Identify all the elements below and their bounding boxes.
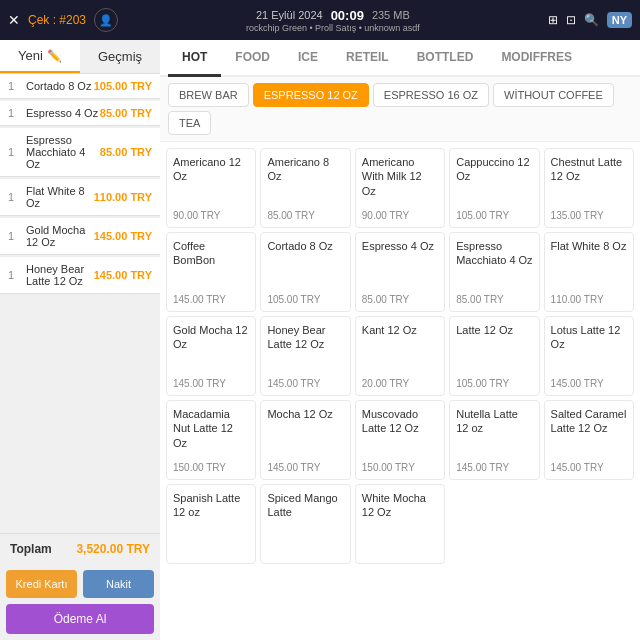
search-icon[interactable]: 🔍 [584,13,599,27]
product-card[interactable]: Gold Mocha 12 Oz 145.00 TRY [166,316,256,396]
sub-tab[interactable]: BREW BAR [168,83,249,107]
order-qty: 1 [8,107,20,119]
product-card[interactable]: Muscovado Latte 12 Oz 150.00 TRY [355,400,445,480]
product-name: Chestnut Latte 12 Oz [551,155,627,206]
product-price: 145.00 TRY [551,378,627,389]
sub-tab[interactable]: ESPRESSO 12 OZ [253,83,369,107]
product-price: 145.00 TRY [456,462,532,473]
product-name: White Mocha 12 Oz [362,491,438,553]
product-price: 145.00 TRY [551,462,627,473]
product-card[interactable]: Coffee BomBon 145.00 TRY [166,232,256,312]
category-tab[interactable]: RETEIL [332,40,403,77]
order-item[interactable]: 1 Gold Mocha 12 Oz 145.00 TRY [0,218,160,255]
product-name: Espresso 4 Oz [362,239,438,290]
order-name: Cortado 8 Oz [26,80,94,92]
product-name: Americano 12 Oz [173,155,249,206]
top-size: 235 MB [372,9,410,21]
product-card[interactable]: Lotus Latte 12 Oz 145.00 TRY [544,316,634,396]
order-price: 145.00 TRY [94,269,152,281]
product-name: Spanish Latte 12 oz [173,491,249,553]
product-card[interactable]: Espresso Macchiato 4 Oz 85.00 TRY [449,232,539,312]
product-card[interactable]: Nutella Latte 12 oz 145.00 TRY [449,400,539,480]
product-price: 90.00 TRY [362,210,438,221]
main-layout: Yeni ✏️ Geçmiş 1 Cortado 8 Oz 105.00 TRY… [0,40,640,640]
product-name: Latte 12 Oz [456,323,532,374]
product-card[interactable]: Salted Caramel Latte 12 Oz 145.00 TRY [544,400,634,480]
category-tab[interactable]: MODIFFRES [487,40,586,77]
yeni-button[interactable]: Yeni ✏️ [0,40,80,73]
order-item[interactable]: 1 Espresso 4 Oz 85.00 TRY [0,101,160,126]
category-tab[interactable]: BOTTLED [403,40,488,77]
product-grid: Americano 12 Oz 90.00 TRY Americano 8 Oz… [160,142,640,640]
product-card[interactable]: Chestnut Latte 12 Oz 135.00 TRY [544,148,634,228]
odeme-button[interactable]: Ödeme Al [6,604,154,634]
product-price: 90.00 TRY [173,210,249,221]
category-tab[interactable]: FOOD [221,40,284,77]
product-card[interactable]: Spiced Mango Latte [260,484,350,564]
order-item[interactable]: 1 Honey Bear Latte 12 Oz 145.00 TRY [0,257,160,294]
left-header: Yeni ✏️ Geçmiş [0,40,160,74]
cek-label: Çek : #203 [28,13,86,27]
product-name: Americano 8 Oz [267,155,343,206]
left-panel: Yeni ✏️ Geçmiş 1 Cortado 8 Oz 105.00 TRY… [0,40,160,640]
kredi-button[interactable]: Kredi Kartı [6,570,77,598]
product-card[interactable]: Mocha 12 Oz 145.00 TRY [260,400,350,480]
top-bar-right: ⊞ ⊡ 🔍 NY [548,12,632,28]
product-price: 85.00 TRY [456,294,532,305]
product-card[interactable]: Cappuccino 12 Oz 105.00 TRY [449,148,539,228]
product-name: Kant 12 Oz [362,323,438,374]
order-price: 85.00 TRY [100,107,152,119]
product-name: Mocha 12 Oz [267,407,343,458]
product-name: Gold Mocha 12 Oz [173,323,249,374]
product-price: 145.00 TRY [267,462,343,473]
product-price: 105.00 TRY [267,294,343,305]
top-time: 00:09 [331,8,364,23]
top-date: 21 Eylül 2024 [256,9,323,21]
top-bar: ✕ Çek : #203 👤 21 Eylül 2024 00:09 235 M… [0,0,640,40]
product-card[interactable]: Americano 8 Oz 85.00 TRY [260,148,350,228]
product-price: 145.00 TRY [173,294,249,305]
product-name: Macadamia Nut Latte 12 Oz [173,407,249,458]
order-name: Espresso Macchiato 4 Oz [26,134,100,170]
close-button[interactable]: ✕ [8,12,20,28]
product-name: Flat White 8 Oz [551,239,627,290]
total-row: Toplam 3,520.00 TRY [0,533,160,564]
category-tab[interactable]: ICE [284,40,332,77]
product-card[interactable]: Cortado 8 Oz 105.00 TRY [260,232,350,312]
product-price: 105.00 TRY [456,378,532,389]
product-card[interactable]: Flat White 8 Oz 110.00 TRY [544,232,634,312]
product-card[interactable]: White Mocha 12 Oz [355,484,445,564]
gecmis-button[interactable]: Geçmiş [80,40,160,73]
sub-tab[interactable]: ESPRESSO 16 OZ [373,83,489,107]
product-card[interactable]: Americano With Milk 12 Oz 90.00 TRY [355,148,445,228]
product-price: 105.00 TRY [456,210,532,221]
top-subtitle: rockchip Green • Proll Satış • unknown a… [246,23,420,33]
order-item[interactable]: 1 Cortado 8 Oz 105.00 TRY [0,74,160,99]
total-amount: 3,520.00 TRY [76,542,150,556]
product-card[interactable]: Honey Bear Latte 12 Oz 145.00 TRY [260,316,350,396]
order-item[interactable]: 1 Flat White 8 Oz 110.00 TRY [0,179,160,216]
product-card[interactable]: Kant 12 Oz 20.00 TRY [355,316,445,396]
order-qty: 1 [8,80,20,92]
top-bar-center: 21 Eylül 2024 00:09 235 MB rockchip Gree… [246,8,420,33]
product-card[interactable]: Macadamia Nut Latte 12 Oz 150.00 TRY [166,400,256,480]
layout-icon[interactable]: ⊡ [566,13,576,27]
product-price: 145.00 TRY [173,378,249,389]
sub-tab[interactable]: TEA [168,111,211,135]
product-name: Coffee BomBon [173,239,249,290]
nakit-button[interactable]: Nakit [83,570,154,598]
category-tab[interactable]: HOT [168,40,221,77]
order-item[interactable]: 1 Espresso Macchiato 4 Oz 85.00 TRY [0,128,160,177]
sub-tab[interactable]: WİTHOUT COFFEE [493,83,614,107]
category-tabs: HOTFOODICERETEILBOTTLEDMODIFFRES [160,40,640,77]
product-card[interactable]: Latte 12 Oz 105.00 TRY [449,316,539,396]
product-name: Muscovado Latte 12 Oz [362,407,438,458]
order-name: Honey Bear Latte 12 Oz [26,263,94,287]
product-card[interactable]: Spanish Latte 12 oz [166,484,256,564]
grid-icon[interactable]: ⊞ [548,13,558,27]
order-name: Espresso 4 Oz [26,107,100,119]
product-card[interactable]: Espresso 4 Oz 85.00 TRY [355,232,445,312]
product-price: 150.00 TRY [173,462,249,473]
order-price: 85.00 TRY [100,146,152,158]
product-card[interactable]: Americano 12 Oz 90.00 TRY [166,148,256,228]
